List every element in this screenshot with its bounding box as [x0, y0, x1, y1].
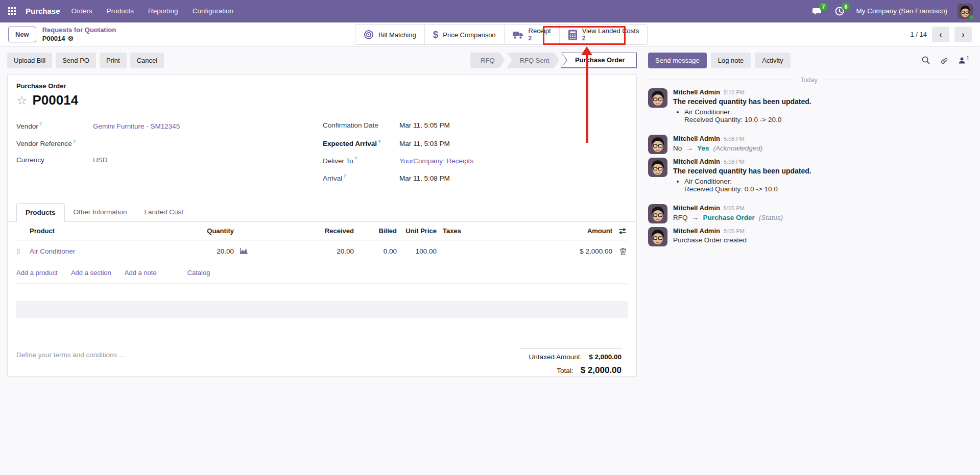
tracking-new-value: Yes — [697, 144, 709, 152]
messages-icon[interactable]: 7 — [811, 5, 823, 17]
deliver-to-label: Deliver To — [323, 156, 399, 165]
tracking-old-value: No — [673, 144, 682, 152]
fields-left-column: Vendor Gemini Furniture - SM12345 Vendor… — [16, 121, 323, 191]
status-steps: RFQ RFQ Sent Purchase Order — [469, 53, 637, 68]
tab-products[interactable]: Products — [16, 203, 65, 222]
cancel-button[interactable]: Cancel — [130, 53, 164, 68]
menu-orders[interactable]: Orders — [71, 7, 92, 15]
arrival-value[interactable]: Mar 11, 5:08 PM — [399, 174, 450, 182]
app-name[interactable]: Purchase — [26, 7, 60, 15]
breadcrumb-parent-link[interactable]: Requests for Quotation — [42, 26, 116, 34]
message-item-line: Air Conditioner: — [684, 108, 811, 116]
control-panel: New Requests for Quotation P00014 Bill M… — [0, 22, 980, 47]
add-line-row: Add a product Add a section Add a note C… — [16, 262, 628, 284]
confirmation-date-label: Confirmation Date — [323, 121, 399, 129]
received-cell[interactable]: 20.00 — [254, 247, 354, 255]
message-item[interactable]: Mitchell Admin 5:08 PM No Yes (Acknowled… — [648, 135, 970, 154]
product-link[interactable]: Air Conditioner — [30, 247, 75, 255]
apps-menu-icon[interactable] — [0, 0, 23, 22]
messages-badge: 7 — [819, 3, 827, 11]
status-rfq-sent[interactable]: RFQ Sent — [507, 53, 560, 68]
terms-placeholder[interactable]: Define your terms and conditions ... — [16, 348, 519, 376]
message-item[interactable]: Mitchell Admin 5:10 PM The received quan… — [648, 88, 970, 124]
menu-reporting[interactable]: Reporting — [148, 7, 178, 15]
message-detail-line: Received Quantity: 10.0 -> 20.0 — [684, 116, 811, 123]
print-button[interactable]: Print — [100, 53, 127, 68]
search-messages-icon[interactable] — [921, 56, 930, 65]
add-a-product-link[interactable]: Add a product — [16, 269, 58, 277]
message-title: The received quantity has been updated. — [673, 97, 811, 106]
avatar — [648, 88, 667, 108]
menu-products[interactable]: Products — [107, 7, 134, 15]
message-author[interactable]: Mitchell Admin — [673, 227, 720, 235]
calculator-icon — [568, 30, 578, 40]
actions-gear-icon[interactable] — [68, 35, 74, 43]
breadcrumb-current: P00014 — [42, 35, 65, 43]
chatter-toolbar: Send message Log note Activity — [644, 47, 980, 73]
quantity-cell[interactable]: 20.00 — [168, 247, 234, 255]
forecast-chart-icon[interactable] — [234, 247, 254, 255]
billed-cell[interactable]: 0.00 — [354, 247, 397, 255]
tab-other-information[interactable]: Other Information — [65, 203, 136, 221]
menu-configuration[interactable]: Configuration — [193, 7, 233, 15]
message-body: Purchase Order created — [673, 236, 747, 244]
attachments-icon[interactable] — [940, 56, 949, 65]
message-item[interactable]: Mitchell Admin 5:08 PM The received quan… — [648, 158, 970, 193]
smart-buttons: Bill Matching $ Price Comparison Receipt… — [355, 24, 648, 45]
user-avatar[interactable] — [958, 4, 973, 19]
status-purchase-order[interactable]: Purchase Order — [561, 53, 637, 68]
order-line-row[interactable]: ⣿ Air Conditioner 20.00 20.00 0.00 100.0… — [16, 240, 628, 262]
total-label: Total: — [557, 367, 573, 374]
message-item[interactable]: Mitchell Admin 5:05 PM RFQ Purchase Orde… — [648, 204, 970, 223]
form-statusbar: Upload Bill Send PO Print Cancel RFQ RFQ… — [0, 47, 644, 73]
doc-type-label: Purchase Order — [16, 82, 628, 90]
chatter-panel: Send message Log note Activity — [644, 47, 980, 475]
status-rfq[interactable]: RFQ — [470, 53, 505, 68]
delete-line-icon[interactable] — [612, 247, 628, 255]
drag-handle-icon[interactable]: ⣿ — [16, 248, 30, 255]
optional-columns-icon[interactable] — [612, 228, 628, 235]
truck-icon — [513, 31, 524, 39]
dollar-icon: $ — [433, 29, 439, 40]
deliver-to-value[interactable]: YourCompany: Receipts — [399, 157, 473, 165]
message-author[interactable]: Mitchell Admin — [673, 158, 720, 165]
message-title: The received quantity has been updated. — [673, 167, 811, 175]
price-comparison-button[interactable]: $ Price Comparison — [424, 25, 504, 44]
arrow-right-icon — [688, 213, 703, 221]
send-po-button[interactable]: Send PO — [56, 53, 96, 68]
expected-arrival-value[interactable]: Mar 11, 5:03 PM — [399, 140, 450, 147]
message-author[interactable]: Mitchell Admin — [673, 88, 720, 96]
message-author[interactable]: Mitchell Admin — [673, 135, 720, 142]
followers-icon[interactable]: 1 — [958, 57, 969, 64]
add-a-note-link[interactable]: Add a note — [125, 269, 157, 277]
log-note-button[interactable]: Log note — [711, 53, 751, 68]
message-time: 5:10 PM — [724, 89, 745, 95]
new-button[interactable]: New — [8, 27, 36, 42]
upload-bill-button[interactable]: Upload Bill — [7, 53, 52, 68]
message-item[interactable]: Mitchell Admin 5:05 PM Purchase Order cr… — [648, 227, 970, 246]
send-message-button[interactable]: Send message — [648, 53, 707, 68]
unit-price-cell[interactable]: 100.00 — [397, 247, 437, 255]
expected-arrival-label: Expected Arrival — [323, 139, 399, 147]
vendor-value[interactable]: Gemini Furniture - SM12345 — [93, 122, 180, 130]
bill-matching-button[interactable]: Bill Matching — [355, 25, 424, 44]
company-switcher[interactable]: My Company (San Francisco) — [856, 7, 947, 15]
currency-value[interactable]: USD — [93, 156, 108, 164]
activities-badge: 6 — [842, 3, 850, 11]
message-time: 5:08 PM — [724, 136, 745, 142]
pager-previous-button[interactable]: ‹ — [932, 27, 949, 42]
pager-next-button[interactable]: › — [954, 27, 972, 42]
activity-button[interactable]: Activity — [755, 53, 790, 68]
target-icon — [364, 30, 374, 40]
add-a-section-link[interactable]: Add a section — [71, 269, 111, 277]
tracking-new-value[interactable]: Purchase Order — [703, 214, 755, 221]
view-landed-costs-button[interactable]: View Landed Costs 2 — [559, 25, 648, 44]
activities-icon[interactable]: 6 — [833, 5, 846, 17]
form-view: Upload Bill Send PO Print Cancel RFQ RFQ… — [0, 47, 644, 475]
catalog-link[interactable]: Catalog — [187, 269, 210, 277]
confirmation-date-value[interactable]: Mar 11, 5:05 PM — [399, 121, 450, 129]
message-author[interactable]: Mitchell Admin — [673, 204, 720, 212]
tab-landed-cost[interactable]: Landed Cost — [136, 203, 193, 221]
favorite-star-icon[interactable] — [16, 94, 28, 107]
receipt-button[interactable]: Receipt 2 — [504, 25, 559, 44]
